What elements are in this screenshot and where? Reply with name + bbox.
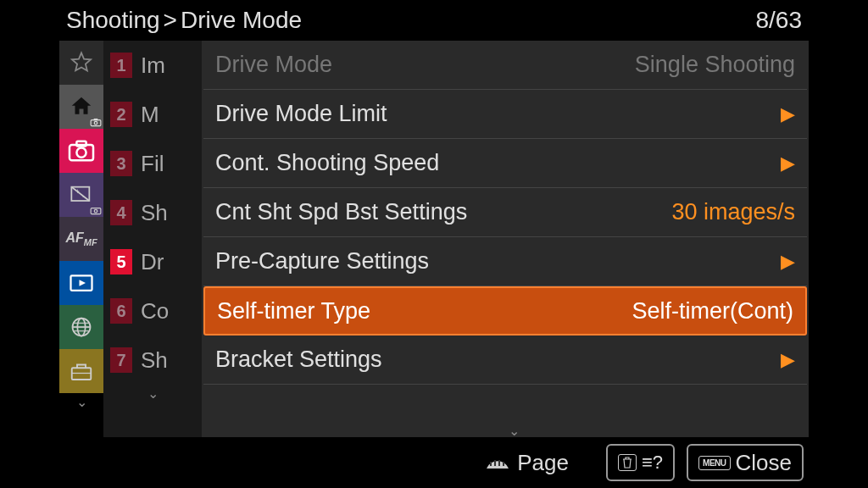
- page-number: 5: [110, 249, 132, 274]
- menu-item-bracket-settings[interactable]: Bracket Settings ▶: [203, 336, 807, 385]
- svg-rect-9: [91, 208, 101, 214]
- menu-item-drive-mode-limit[interactable]: Drive Mode Limit ▶: [203, 90, 807, 139]
- menu-item-label: Drive Mode: [215, 52, 332, 78]
- menu-item-drive-mode: Drive Mode Single Shooting: [203, 41, 807, 90]
- tab-setup[interactable]: [59, 349, 103, 393]
- chevron-right-icon: ▶: [781, 251, 795, 273]
- chevron-right-icon: ▶: [781, 103, 795, 125]
- help-button[interactable]: ≡?: [606, 444, 675, 481]
- breadcrumb-parent: Shooting: [66, 7, 160, 34]
- page-list-item[interactable]: 5 Dr: [103, 237, 202, 286]
- page-list-label: Sh: [141, 200, 168, 226]
- svg-rect-22: [503, 462, 504, 466]
- menu-item-value: Single Shooting: [635, 52, 795, 78]
- page-hint: Page: [483, 450, 569, 476]
- menu-item-cont-shooting-speed[interactable]: Cont. Shooting Speed ▶: [203, 139, 807, 188]
- menu-scroll-down-icon: ⌄: [509, 423, 520, 439]
- page-list-item[interactable]: 6 Co: [103, 286, 202, 336]
- menu-item-label: Drive Mode Limit: [215, 101, 387, 127]
- page-hint-label: Page: [517, 450, 569, 476]
- svg-point-10: [94, 209, 97, 213]
- menu-header: Shooting > Drive Mode 8/63: [59, 0, 809, 41]
- svg-point-4: [76, 148, 86, 158]
- svg-point-1: [94, 121, 97, 125]
- breadcrumb: Shooting > Drive Mode: [66, 7, 302, 34]
- page-list-label: Sh: [141, 347, 168, 374]
- camera-badge-icon: [90, 205, 102, 215]
- svg-text:+: +: [75, 188, 80, 196]
- dial-icon: [483, 453, 512, 472]
- tab-main[interactable]: [59, 85, 103, 129]
- chevron-right-icon: ▶: [781, 152, 795, 175]
- tab-favorites[interactable]: [59, 41, 103, 85]
- page-list-label: Dr: [141, 249, 164, 275]
- camera-badge-icon: [90, 117, 102, 127]
- breadcrumb-child: Drive Mode: [181, 7, 302, 34]
- tab-playback[interactable]: [59, 261, 103, 305]
- svg-rect-0: [91, 120, 101, 126]
- page-list-label: Im: [141, 53, 165, 79]
- svg-rect-20: [494, 460, 496, 466]
- tab-shooting[interactable]: [59, 129, 103, 173]
- page-number: 2: [110, 102, 132, 127]
- menu-item-cnt-sht-spd-bst[interactable]: Cnt Sht Spd Bst Settings 30 images/s: [203, 188, 807, 237]
- footer-bar: Page ≡? MENU Close: [59, 437, 809, 488]
- svg-rect-19: [490, 462, 492, 466]
- menu-item-value: Self-timer(Cont): [632, 298, 793, 324]
- svg-rect-5: [76, 141, 86, 147]
- menu-item-label: Pre-Capture Settings: [215, 248, 429, 274]
- close-button[interactable]: MENU Close: [687, 444, 804, 481]
- svg-text:-: -: [82, 193, 85, 201]
- page-list-item[interactable]: 4 Sh: [103, 188, 202, 237]
- page-indicator: 8/63: [756, 7, 803, 34]
- chevron-right-icon: ▶: [781, 349, 795, 371]
- page-list-label: Fil: [141, 151, 164, 177]
- page-list-scroll-down-icon: ⌄: [103, 385, 202, 402]
- tab-focus[interactable]: AFMF: [59, 217, 103, 261]
- menu-item-label: Cont. Shooting Speed: [215, 150, 439, 176]
- page-list-label: Co: [141, 298, 169, 324]
- page-number: 6: [110, 298, 132, 324]
- menu-item-pre-capture[interactable]: Pre-Capture Settings ▶: [203, 237, 807, 286]
- trash-icon: [618, 454, 637, 471]
- page-number: 1: [110, 53, 132, 78]
- tab-exposure[interactable]: +-: [59, 173, 103, 217]
- tab-network[interactable]: [59, 305, 103, 349]
- svg-rect-2: [94, 119, 98, 120]
- breadcrumb-separator: >: [164, 7, 177, 34]
- page-number: 4: [110, 200, 132, 225]
- menu-item-label: Cnt Sht Spd Bst Settings: [215, 199, 467, 225]
- category-tabs: +- AFMF ⌄: [59, 41, 103, 437]
- settings-list: Drive Mode Single Shooting Drive Mode Li…: [202, 41, 809, 437]
- menu-item-self-timer-type[interactable]: Self-timer Type Self-timer(Cont): [203, 286, 807, 336]
- page-list-label: M: [141, 102, 159, 128]
- svg-rect-21: [498, 460, 500, 466]
- close-label: Close: [736, 450, 792, 476]
- menu-item-label: Self-timer Type: [217, 298, 370, 324]
- menu-item-value: 30 images/s: [671, 199, 795, 225]
- page-list-item[interactable]: 7 Sh: [103, 336, 202, 385]
- menu-item-label: Bracket Settings: [215, 347, 382, 373]
- help-icon: ≡?: [642, 452, 663, 474]
- page-number: 7: [110, 347, 132, 373]
- page-list-item[interactable]: 1 Im: [103, 41, 202, 90]
- page-list: 1 Im 2 M 3 Fil 4 Sh 5 Dr 6 Co: [103, 41, 202, 437]
- page-list-item[interactable]: 3 Fil: [103, 139, 202, 188]
- page-number: 3: [110, 151, 132, 176]
- page-list-item[interactable]: 2 M: [103, 90, 202, 139]
- tabs-scroll-down-icon: ⌄: [59, 393, 103, 410]
- menu-key-icon: MENU: [698, 456, 730, 470]
